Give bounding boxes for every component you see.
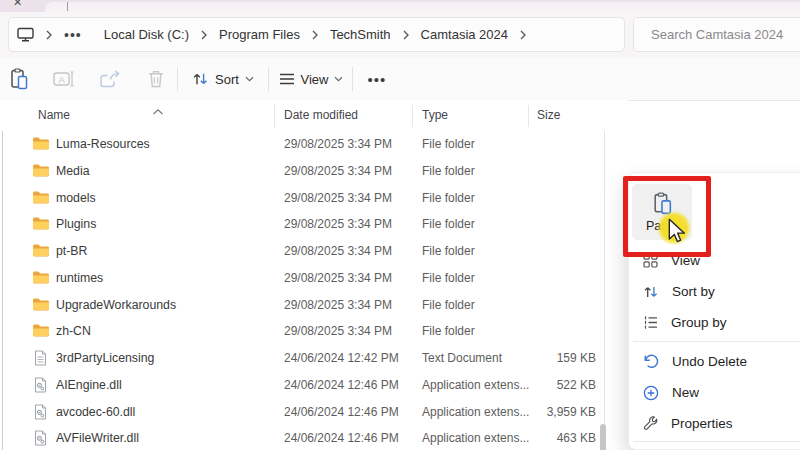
file-date-modified: 29/08/2025 3:34 PM xyxy=(284,244,392,258)
chevron-down-icon xyxy=(334,76,343,82)
file-row[interactable]: pt-BR 29/08/2025 3:34 PM File folder xyxy=(0,238,628,265)
file-size: 159 KB xyxy=(496,351,596,365)
breadcrumb: ••• Local Disk (C:) Program Files TechSm… xyxy=(8,17,625,52)
delete-button[interactable] xyxy=(144,58,168,100)
breadcrumb-camtasia-2024[interactable]: Camtasia 2024 xyxy=(421,27,508,42)
column-header-row: Name Date modified Type Size xyxy=(0,100,628,131)
file-date-modified: 24/06/2024 12:46 PM xyxy=(284,431,399,445)
dll-file-icon xyxy=(34,377,51,393)
file-date-modified: 24/06/2024 12:42 PM xyxy=(284,351,399,365)
breadcrumb-overflow[interactable]: ••• xyxy=(64,27,82,43)
file-name: AVFileWriter.dll xyxy=(56,431,139,445)
column-header-date[interactable]: Date modified xyxy=(284,108,358,122)
column-header-name[interactable]: Name xyxy=(38,108,70,122)
column-header-type[interactable]: Type xyxy=(422,108,448,122)
file-row[interactable]: Media 29/08/2025 3:34 PM File folder xyxy=(0,158,628,185)
more-button[interactable]: ••• xyxy=(362,58,392,100)
mouse-cursor-icon xyxy=(667,218,686,248)
share-icon xyxy=(99,70,121,89)
file-type: File folder xyxy=(422,271,475,285)
menu-item-label: Sort by xyxy=(672,284,715,299)
file-name: Plugins xyxy=(56,217,96,231)
sort-ascending-icon xyxy=(152,102,164,120)
paste-icon xyxy=(9,68,29,91)
folder-icon xyxy=(32,163,49,179)
file-row[interactable]: Luma-Resources 29/08/2025 3:34 PM File f… xyxy=(0,131,628,158)
this-pc-icon[interactable] xyxy=(17,27,34,42)
file-type: File folder xyxy=(422,244,475,258)
file-date-modified: 29/08/2025 3:34 PM xyxy=(284,298,392,312)
share-button[interactable] xyxy=(96,58,124,100)
view-grid-icon xyxy=(643,253,658,268)
menu-divider xyxy=(633,341,800,342)
toolbar-divider xyxy=(268,67,269,91)
file-row[interactable]: Plugins 29/08/2025 3:34 PM File folder xyxy=(0,211,628,238)
menu-item-new[interactable]: New xyxy=(634,377,796,408)
svg-text:A: A xyxy=(58,74,65,85)
chevron-right-icon xyxy=(519,30,527,40)
menu-item-label: Group by xyxy=(671,315,727,330)
file-type: Text Document xyxy=(422,351,502,365)
menu-item-undo-delete[interactable]: Undo Delete xyxy=(634,346,796,377)
column-separator[interactable] xyxy=(274,105,275,127)
folder-icon xyxy=(32,243,49,259)
folder-icon xyxy=(32,323,49,339)
file-row[interactable]: zh-CN 29/08/2025 3:34 PM File folder xyxy=(0,318,628,345)
file-explorer-window: ✕ ••• Local Disk (C:) Program Files Tech… xyxy=(0,0,800,450)
tab-close-icon[interactable]: ✕ xyxy=(13,0,22,9)
explorer-tab[interactable] xyxy=(45,2,800,12)
chevron-right-icon xyxy=(200,30,208,40)
column-separator[interactable] xyxy=(412,105,413,127)
file-type: File folder xyxy=(422,217,475,231)
file-name: pt-BR xyxy=(56,244,87,258)
file-row[interactable]: runtimes 29/08/2025 3:34 PM File folder xyxy=(0,265,628,292)
wrench-icon xyxy=(643,416,658,431)
menu-item-sort-by[interactable]: Sort by xyxy=(634,276,796,307)
column-separator[interactable] xyxy=(528,105,529,127)
file-type: File folder xyxy=(422,164,475,178)
file-date-modified: 29/08/2025 3:34 PM xyxy=(284,217,392,231)
file-row[interactable]: UpgradeWorkarounds 29/08/2025 3:34 PM Fi… xyxy=(0,292,628,319)
chevron-down-icon xyxy=(245,76,254,82)
file-name: UpgradeWorkarounds xyxy=(56,298,176,312)
file-type: File folder xyxy=(422,324,475,338)
file-name: runtimes xyxy=(56,271,103,285)
file-row[interactable]: AIEngine.dll 24/06/2024 12:46 PM Applica… xyxy=(0,372,628,399)
file-name: models xyxy=(56,191,96,205)
folder-icon xyxy=(32,190,49,206)
group-list-icon xyxy=(643,315,658,330)
sort-arrows-icon xyxy=(643,284,659,300)
undo-icon xyxy=(643,354,659,369)
file-type: File folder xyxy=(422,191,475,205)
file-row[interactable]: AVFileWriter.dll 24/06/2024 12:46 PM App… xyxy=(0,425,628,450)
file-list: Luma-Resources 29/08/2025 3:34 PM File f… xyxy=(0,131,628,450)
file-name: Media xyxy=(56,164,90,178)
folder-icon xyxy=(32,216,49,232)
tab-bar: ✕ xyxy=(0,0,800,12)
text-document-icon xyxy=(34,350,51,366)
search-input[interactable] xyxy=(634,26,800,43)
file-row[interactable]: avcodec-60.dll 24/06/2024 12:46 PM Appli… xyxy=(0,399,628,426)
menu-item-properties[interactable]: Properties xyxy=(634,408,796,439)
command-toolbar: A Sort View ••• xyxy=(0,58,800,101)
breadcrumb-techsmith[interactable]: TechSmith xyxy=(330,27,391,42)
view-button[interactable]: View xyxy=(278,58,344,100)
breadcrumb-program-files[interactable]: Program Files xyxy=(219,27,300,42)
breadcrumb-local-disk[interactable]: Local Disk (C:) xyxy=(104,27,189,42)
toolbar-divider xyxy=(352,67,353,91)
more-icon: ••• xyxy=(368,71,387,88)
trash-icon xyxy=(147,69,165,89)
paste-button[interactable] xyxy=(6,58,32,100)
menu-item-view[interactable]: View xyxy=(634,245,796,276)
rename-button[interactable]: A xyxy=(50,58,78,100)
menu-item-group-by[interactable]: Group by xyxy=(634,307,796,338)
column-header-size[interactable]: Size xyxy=(537,108,560,122)
menu-divider xyxy=(633,441,800,442)
chevron-right-icon[interactable] xyxy=(45,30,53,40)
sort-button[interactable]: Sort xyxy=(188,58,258,100)
scrollbar-thumb[interactable] xyxy=(600,424,606,450)
file-row[interactable]: 3rdPartyLicensing 24/06/2024 12:42 PM Te… xyxy=(0,345,628,372)
file-date-modified: 29/08/2025 3:34 PM xyxy=(284,271,392,285)
rename-icon: A xyxy=(53,70,76,88)
file-row[interactable]: models 29/08/2025 3:34 PM File folder xyxy=(0,185,628,212)
